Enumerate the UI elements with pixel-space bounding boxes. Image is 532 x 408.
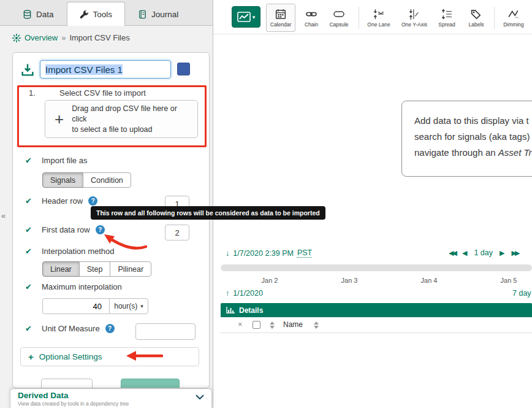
unit-of-measure-input[interactable] — [135, 323, 196, 340]
remove-all-icon[interactable]: × — [238, 320, 243, 329]
details-panel-header[interactable]: Details — [221, 303, 532, 317]
first-data-row-label: First data row — [42, 225, 90, 234]
chevron-down-icon: ▾ — [140, 303, 143, 309]
step1-label: Select CSV file to import — [59, 88, 146, 98]
linear-option-button[interactable]: Linear — [42, 261, 80, 277]
overview-home-icon — [12, 34, 21, 42]
toolbar-calendar-label: Calendar — [270, 21, 292, 28]
range-start-group: ↑ 1/1/2020 — [226, 289, 263, 298]
tool-name-input[interactable]: Import CSV Files 1 — [40, 60, 171, 79]
card-footer-button-right[interactable] — [121, 379, 180, 388]
toolbar-chain-button[interactable]: Chain — [299, 4, 324, 32]
range-duration-label[interactable]: 7 day — [512, 289, 531, 298]
toolbar-calendar-button[interactable]: Calendar — [266, 4, 295, 32]
tab-data-label: Data — [36, 10, 54, 19]
check-icon: ✔ — [25, 196, 36, 206]
capsule-icon — [333, 9, 344, 20]
first-data-row-help-icon[interactable]: ? — [96, 225, 105, 234]
check-icon: ✔ — [25, 247, 36, 256]
optional-settings-expander[interactable]: + Optional Settings — [20, 347, 199, 366]
import-csv-tool-panel: Import CSV Files 1 1. Select CSV file to… — [12, 52, 210, 388]
header-row-row: ✔ Header row ? — [25, 195, 97, 206]
maximum-interpolation-input[interactable] — [42, 298, 110, 314]
step-forward-double-button[interactable]: ▶▶ — [511, 249, 518, 257]
interpolation-method-toggle: Linear Step Pilinear — [42, 261, 151, 277]
header-row-label: Header row — [42, 196, 83, 206]
unit-of-measure-help-icon[interactable]: ? — [105, 324, 115, 333]
time-navigation: ◀◀ ◀ 1 day ▶ ▶▶ — [449, 248, 518, 257]
sidebar-collapse-control[interactable]: « — [1, 211, 6, 220]
time-step-label[interactable]: 1 day — [474, 248, 493, 257]
toolbar-one-lane-button[interactable]: One Lane — [364, 4, 393, 32]
interpolation-unit-dropdown[interactable]: hour(s) ▾ — [109, 298, 148, 314]
breadcrumb-overview-link[interactable]: Overview — [25, 33, 58, 42]
breadcrumb-separator: » — [61, 33, 66, 42]
name-column-header[interactable]: Name — [283, 320, 303, 329]
chevron-down-icon[interactable] — [196, 395, 204, 400]
step-option-button[interactable]: Step — [79, 261, 111, 277]
header-row-tooltip: This row and all following rows will be … — [91, 206, 325, 220]
derived-data-panel[interactable]: Derived Data View data created by tools … — [10, 388, 212, 408]
sort-icon[interactable] — [314, 321, 319, 329]
header-row-help-icon[interactable]: ? — [88, 196, 97, 206]
tab-journal-label: Journal — [151, 10, 178, 19]
first-data-row-row: ✔ First data row ? — [25, 224, 105, 235]
display-pane: ▾ Calendar Chain Capsule One Lane One Y-… — [213, 0, 532, 408]
color-picker-button[interactable] — [177, 63, 190, 75]
select-all-checkbox[interactable] — [253, 321, 260, 329]
toolbar-separator — [494, 7, 495, 29]
view-selector-button[interactable]: ▾ — [232, 6, 260, 28]
breadcrumb-current: Import CSV Files — [69, 33, 129, 42]
step-back-double-button[interactable]: ◀◀ — [449, 249, 455, 257]
pilinear-option-button[interactable]: Pilinear — [110, 261, 151, 277]
cursor-time-label[interactable]: 1/7/2020 2:39 PM — [233, 249, 294, 258]
toolbar-dimming-label: Dimming — [503, 21, 524, 28]
check-icon: ✔ — [25, 156, 36, 165]
tool-name-selected-text: Import CSV Files 1 — [45, 64, 123, 75]
details-chart-icon — [226, 307, 235, 314]
step-back-button[interactable]: ◀ — [462, 249, 467, 257]
axis-tick: Jan 2 — [262, 277, 278, 284]
calendar-icon — [275, 9, 286, 20]
help-line-3: navigate through an Asset Tre — [414, 145, 532, 161]
timezone-label[interactable]: PST — [297, 248, 312, 258]
tab-tools-label: Tools — [93, 10, 113, 19]
toolbar-dimming-button[interactable]: Dimming — [498, 4, 530, 32]
toolbar-spread-button[interactable]: Spread — [434, 4, 460, 32]
card-footer-button-left[interactable] — [41, 379, 93, 388]
range-start-label[interactable]: 1/1/2020 — [233, 289, 263, 298]
labels-tag-icon — [471, 9, 482, 20]
csv-dropzone[interactable]: + Drag and drop CSV file here or click t… — [45, 100, 198, 138]
one-lane-icon — [373, 9, 384, 20]
cursor-time-group: ↓ 1/7/2020 2:39 PM PST — [226, 248, 312, 258]
chevron-down-icon: ▾ — [253, 14, 256, 20]
wrench-icon — [80, 10, 89, 19]
toolbar-capsule-button[interactable]: Capsule — [325, 4, 353, 32]
import-file-as-row: ✔ Import file as — [25, 155, 87, 166]
axis-tick: Jan 4 — [421, 277, 438, 284]
tab-tools[interactable]: Tools — [67, 2, 126, 26]
toolbar-labels-button[interactable]: Labels — [463, 4, 489, 32]
tab-data[interactable]: Data — [10, 3, 67, 25]
time-scrollbar[interactable] — [221, 264, 532, 271]
interpolation-method-row: ✔ Interpolation method — [25, 245, 115, 256]
import-file-as-label: Import file as — [42, 156, 87, 165]
details-column-header: × Name — [221, 317, 532, 333]
signals-option-button[interactable]: Signals — [42, 172, 83, 188]
unit-of-measure-row: ✔ Unit Of Measure ? — [25, 323, 115, 334]
journal-icon — [138, 10, 147, 19]
sidebar-tabbar: Data Tools Journal — [0, 0, 213, 26]
step-forward-button[interactable]: ▶ — [500, 249, 504, 257]
display-help-message: Add data to this display via t search fo… — [401, 101, 532, 177]
first-data-row-input[interactable] — [165, 225, 189, 241]
check-icon: ✔ — [25, 282, 36, 291]
toolbar-one-lane-label: One Lane — [367, 21, 390, 28]
condition-option-button[interactable]: Condition — [83, 172, 131, 188]
tab-journal[interactable]: Journal — [125, 3, 191, 25]
sort-icon[interactable] — [270, 321, 275, 329]
toolbar-one-y-axis-label: One Y-Axis — [401, 21, 427, 28]
chain-icon — [306, 9, 317, 20]
time-scrollbar-handle[interactable] — [221, 265, 531, 271]
toolbar-one-y-axis-button[interactable]: One Y-Axis — [397, 4, 431, 32]
derived-data-title: Derived Data — [18, 391, 129, 400]
